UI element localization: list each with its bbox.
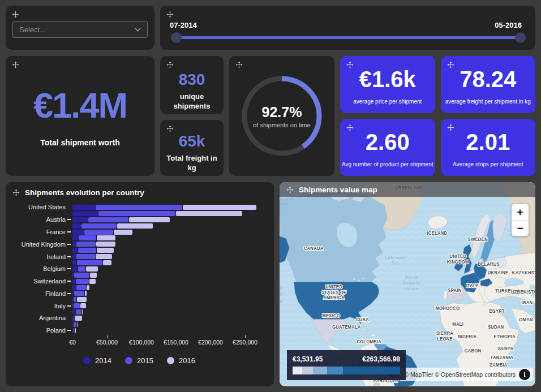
bar-row-ireland: Ireland <box>11 253 267 260</box>
map-label-iceland: ICELAND <box>427 231 447 236</box>
map-label-sudan: SUDAN <box>488 325 504 330</box>
bar-segment-2015 <box>74 328 74 333</box>
bar-segment-2015 <box>76 309 81 315</box>
bar-row-label: Austria <box>11 216 66 223</box>
country-canada[interactable] <box>280 192 387 282</box>
bar-segment-2016 <box>77 297 87 302</box>
unique-shipments-value: 830 <box>179 71 205 89</box>
bar-segment-2014 <box>72 297 73 302</box>
bar-segment-2016 <box>114 230 132 235</box>
bar-row-switzerland: Switzerland <box>11 278 267 285</box>
slider-handle-end[interactable] <box>515 32 526 43</box>
bar-segment-2014 <box>72 303 73 308</box>
x-axis-tick-label: €100,000 <box>129 339 154 346</box>
axis-tick-dash <box>67 268 71 269</box>
avg-products-label: Avg number of product per shipment <box>342 161 433 167</box>
map-label-mexico: MEXICO <box>322 313 340 318</box>
bar-row-label: Finland <box>11 290 66 297</box>
gradient-segment <box>313 367 327 374</box>
map-label-n: n <box>280 298 282 303</box>
move-icon[interactable] <box>447 61 454 68</box>
x-axis: €0€50,000€100,000€150,000€200,000€250,00… <box>11 335 267 348</box>
map-attribution: bre | © MapTiler © OpenStreetMap contrib… <box>400 368 533 381</box>
bar-row-united-kingdom: United Kingdom <box>11 241 267 247</box>
avg-products-card: 2.60 Avg number of product per shipment <box>340 119 435 176</box>
unique-shipments-label: unique shipments <box>170 92 214 111</box>
map-color-legend: €3,531.95 €263,566.98 <box>287 350 406 380</box>
bar-row <box>11 235 267 241</box>
avg-price-label: average price per shipment <box>353 98 422 105</box>
move-icon[interactable] <box>12 189 20 196</box>
map-label-canada: CANADA <box>304 246 324 251</box>
map-label-uzbekistan: UZBEKISTAN <box>511 290 535 295</box>
bar-segment-2014 <box>72 235 78 240</box>
gradient-segment <box>343 367 400 374</box>
move-icon[interactable] <box>166 61 174 68</box>
bar-row <box>11 210 267 217</box>
bar-segment-2016 <box>117 223 153 229</box>
bar-segment-2015 <box>74 273 89 278</box>
bar-segment-2015 <box>76 254 95 259</box>
unique-shipments-card: 830 unique shipments <box>160 56 224 114</box>
info-icon[interactable]: i <box>519 369 530 380</box>
bar-segment-2015 <box>81 223 117 229</box>
map-label-zambia: ZAMBIA <box>490 362 507 367</box>
map-label-belarus: BELARUS <box>478 262 500 267</box>
legend-item-2016[interactable]: 2016 <box>167 356 195 365</box>
legend-item-2014[interactable]: 2014 <box>83 356 111 365</box>
avg-freight-label: average freight per shipment in kg <box>445 98 531 105</box>
bar-row <box>11 223 267 229</box>
map-label-iran: IRAN <box>522 300 533 305</box>
map-label-sierra-leone: SIERRALEONE <box>436 330 453 341</box>
shipments-value-map-card: GREENLANDCANADAICELANDSWEDENUNITEDKINGDO… <box>280 182 535 386</box>
avg-products-value: 2.60 <box>366 130 410 155</box>
bar-segment-2016 <box>89 279 96 284</box>
x-axis-tick-label: €250,000 <box>233 339 257 346</box>
map-label-north-atlantic-ocean: NorthAtlanticOcean <box>402 274 420 291</box>
bar-segment-2016 <box>75 316 81 321</box>
great-lakes <box>358 279 360 282</box>
bar-segment-2014 <box>72 223 81 229</box>
filter-select[interactable]: Select... <box>12 21 148 38</box>
move-icon[interactable] <box>346 124 354 131</box>
move-icon[interactable] <box>346 61 354 68</box>
avg-freight-value: 78.24 <box>460 67 516 92</box>
bar-segment-2015 <box>96 205 182 210</box>
bar-row <box>11 260 267 266</box>
total-worth-label: Total shipment worth <box>40 138 120 147</box>
move-icon[interactable] <box>166 11 174 18</box>
bar-segment-2016 <box>77 322 78 327</box>
bar-row-italy: Italy <box>11 303 267 309</box>
on-time-gauge-card: 92.7% of shipments on time <box>229 56 334 176</box>
bar-segment-2015 <box>74 322 76 327</box>
on-time-donut-chart: 92.7% of shipments on time <box>234 68 330 164</box>
legend-item-2015[interactable]: 2015 <box>125 356 153 365</box>
bar-row-label: United States <box>11 204 66 210</box>
gradient-segment <box>293 367 302 374</box>
x-axis-tick-mark <box>245 335 246 338</box>
move-icon[interactable] <box>286 186 294 193</box>
time-range-slider-track[interactable] <box>176 36 521 39</box>
x-axis-tick-label: €50,000 <box>96 339 118 346</box>
move-icon[interactable] <box>447 124 454 131</box>
slider-handle-start[interactable] <box>171 32 182 43</box>
axis-tick-dash <box>67 293 71 294</box>
map-label-guatemala: GUATEMALA <box>332 325 361 330</box>
bar-segment-2015 <box>78 266 85 272</box>
bar-segment-2015 <box>74 297 76 302</box>
move-icon[interactable] <box>12 61 19 68</box>
x-axis-tick-label: €0 <box>69 339 76 346</box>
bar-segment-2015 <box>88 217 128 222</box>
bar-row-poland: Poland <box>11 328 267 334</box>
zoom-out-button[interactable]: − <box>512 220 529 236</box>
bar-segment-2015 <box>78 248 97 253</box>
bar-row-france: France <box>11 229 267 235</box>
bar-segment-2014 <box>72 266 78 272</box>
move-icon[interactable] <box>166 125 174 132</box>
zoom-in-button[interactable]: + <box>512 204 529 220</box>
total-freight-card: 65k Total freight in kg <box>160 120 224 176</box>
bar-segment-2016 <box>97 248 113 253</box>
move-icon[interactable] <box>235 61 243 68</box>
move-icon[interactable] <box>12 11 19 18</box>
bar-segment-2015 <box>76 279 89 284</box>
